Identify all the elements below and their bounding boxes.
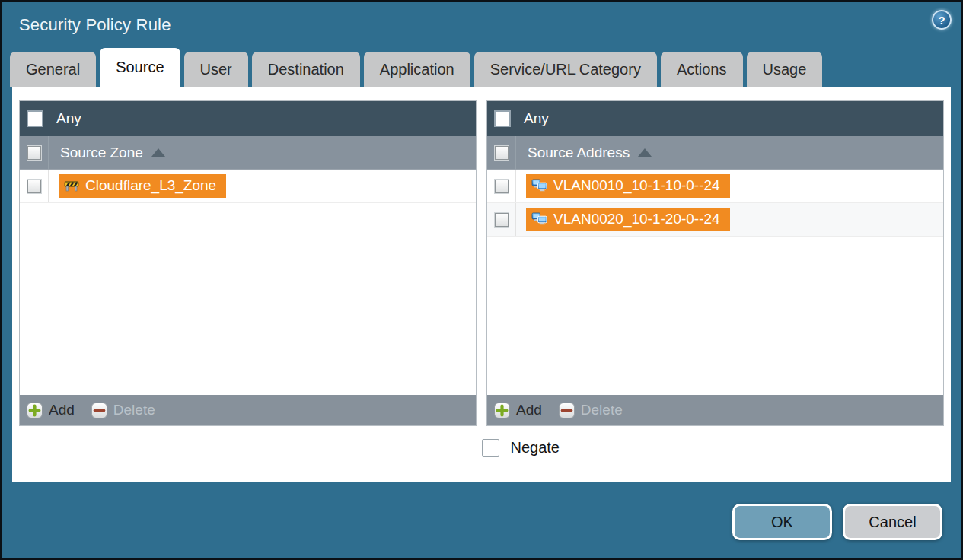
source-zone-list: Cloudflare_L3_Zone <box>20 170 476 395</box>
tab-general[interactable]: General <box>10 52 96 87</box>
address-icon <box>531 179 547 192</box>
tab-bar: General Source User Destination Applicat… <box>2 48 961 87</box>
source-zone-any-checkbox[interactable] <box>27 110 43 127</box>
sort-ascending-icon <box>151 148 165 157</box>
source-tab-content: Any Source Zone <box>12 87 951 482</box>
source-zone-column-label: Source Zone <box>60 145 143 161</box>
tab-source[interactable]: Source <box>100 48 180 87</box>
add-button[interactable]: Add <box>494 402 542 418</box>
source-zone-panel: Any Source Zone <box>19 100 477 426</box>
address-icon <box>531 212 547 225</box>
row-checkbox[interactable] <box>495 180 509 193</box>
source-zone-column-header[interactable]: Source Zone <box>20 136 476 170</box>
source-zone-any-bar: Any <box>20 101 476 136</box>
source-address-select-all-checkbox[interactable] <box>495 146 509 160</box>
zone-object-label: Cloudflare_L3_Zone <box>85 178 216 192</box>
table-row[interactable]: Cloudflare_L3_Zone <box>20 170 476 203</box>
dialog-title: Security Policy Rule <box>19 15 171 35</box>
cancel-button[interactable]: Cancel <box>843 504 942 540</box>
address-object-chip: VLAN0020_10-1-20-0--24 <box>526 208 730 231</box>
source-zone-any-label: Any <box>56 110 81 127</box>
source-address-any-bar: Any <box>487 101 943 136</box>
row-checkbox[interactable] <box>27 180 41 193</box>
add-icon <box>494 402 510 418</box>
tab-destination[interactable]: Destination <box>252 52 360 87</box>
address-object-chip: VLAN0010_10-1-10-0--24 <box>526 174 730 198</box>
add-button[interactable]: Add <box>27 402 75 418</box>
tab-user[interactable]: User <box>184 52 248 87</box>
negate-label: Negate <box>511 439 560 457</box>
source-address-any-label: Any <box>524 110 549 127</box>
source-address-footer: Add Delete <box>487 395 943 425</box>
dialog-titlebar: Security Policy Rule ? <box>2 2 961 48</box>
delete-button[interactable]: Delete <box>91 402 155 418</box>
sort-ascending-icon <box>638 148 652 157</box>
table-row[interactable]: VLAN0020_10-1-20-0--24 <box>487 203 943 237</box>
add-icon <box>27 402 43 418</box>
tab-application[interactable]: Application <box>364 52 470 87</box>
ok-button[interactable]: OK <box>732 504 832 540</box>
row-checkbox[interactable] <box>495 213 509 227</box>
delete-icon <box>559 402 575 418</box>
source-zone-footer: Add Delete <box>20 395 476 425</box>
help-icon[interactable]: ? <box>932 10 952 30</box>
tab-usage[interactable]: Usage <box>747 52 823 87</box>
source-address-any-checkbox[interactable] <box>494 110 511 127</box>
dialog-action-buttons: OK Cancel <box>732 504 942 540</box>
zone-icon <box>64 180 79 192</box>
source-address-list: VLAN0010_10-1-10-0--24 <box>487 170 943 395</box>
zone-object-chip: Cloudflare_L3_Zone <box>59 174 226 198</box>
negate-checkbox[interactable] <box>482 439 499 457</box>
tab-actions[interactable]: Actions <box>661 52 743 87</box>
delete-icon <box>91 402 107 418</box>
address-object-label: VLAN0020_10-1-20-0--24 <box>553 212 720 226</box>
source-address-column-label: Source Address <box>528 145 630 161</box>
address-object-label: VLAN0010_10-1-10-0--24 <box>553 178 720 192</box>
tab-service-url-category[interactable]: Service/URL Category <box>474 52 657 87</box>
security-policy-rule-dialog: Security Policy Rule ? General Source Us… <box>0 0 963 560</box>
table-row[interactable]: VLAN0010_10-1-10-0--24 <box>487 170 943 203</box>
negate-row: Negate <box>482 439 945 457</box>
delete-button[interactable]: Delete <box>559 402 623 418</box>
source-address-column-header[interactable]: Source Address <box>487 136 943 170</box>
source-address-panel: Any Source Address <box>486 100 944 426</box>
source-zone-select-all-checkbox[interactable] <box>27 146 41 160</box>
